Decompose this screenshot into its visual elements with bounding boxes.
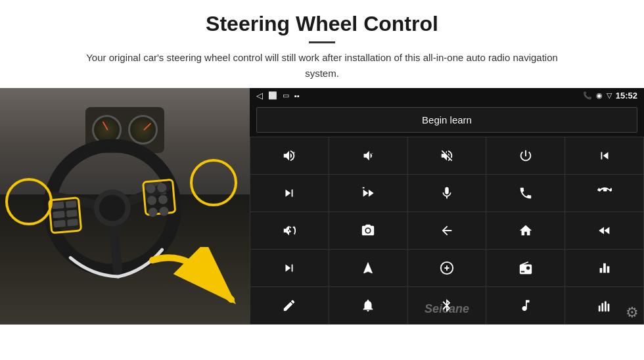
- location-status-icon: ◉: [596, 91, 603, 100]
- recents-nav-icon[interactable]: ▭: [283, 91, 289, 100]
- vol-up-button[interactable]: +: [250, 137, 329, 174]
- page-title: Steering Wheel Control: [39, 12, 605, 36]
- svg-point-24: [366, 229, 370, 233]
- pen-button[interactable]: [250, 287, 329, 324]
- title-divider: [309, 41, 335, 43]
- highlight-circle-right: [190, 159, 237, 206]
- settings-button[interactable]: [329, 287, 407, 324]
- mute-button[interactable]: [408, 137, 486, 174]
- back-button[interactable]: [408, 212, 486, 249]
- hang-up-button[interactable]: [565, 175, 643, 212]
- begin-learn-button[interactable]: Begin learn: [256, 107, 637, 133]
- svg-rect-28: [598, 305, 600, 311]
- page-container: Steering Wheel Control Your original car…: [0, 0, 644, 360]
- svg-text:-: -: [372, 150, 373, 155]
- wifi-status-icon: ▽: [607, 91, 612, 100]
- phone-button[interactable]: [486, 175, 564, 212]
- svg-text:+: +: [293, 150, 296, 155]
- time-display: 15:52: [616, 91, 637, 101]
- music-button[interactable]: [486, 287, 564, 324]
- svg-rect-31: [607, 304, 609, 311]
- signal-icon: ▪▪: [294, 92, 300, 100]
- svg-rect-8: [52, 202, 64, 210]
- status-bar: ◁ ⬜ ▭ ▪▪ 📞 ◉ ▽ 15:52: [250, 88, 644, 103]
- mic-button[interactable]: [408, 175, 486, 212]
- fast-fwd-button[interactable]: [329, 175, 407, 212]
- status-bar-right: 📞 ◉ ▽ 15:52: [583, 91, 637, 101]
- yellow-arrow: [146, 247, 244, 313]
- svg-rect-29: [601, 303, 603, 311]
- controls-grid: + -: [250, 137, 644, 325]
- gauge-needle-left: [102, 121, 108, 130]
- svg-rect-9: [66, 200, 77, 208]
- svg-rect-11: [66, 210, 78, 217]
- svg-rect-19: [159, 206, 169, 216]
- status-bar-left: ◁ ⬜ ▭ ▪▪: [256, 91, 300, 101]
- svg-rect-17: [158, 194, 168, 204]
- eq-button[interactable]: [565, 250, 643, 286]
- radio-button[interactable]: [486, 250, 564, 286]
- svg-rect-18: [148, 208, 158, 217]
- skip-next-button[interactable]: [250, 250, 329, 286]
- svg-rect-13: [67, 219, 78, 226]
- begin-learn-row: Begin learn: [250, 103, 644, 137]
- highlight-circle-left: [5, 178, 53, 225]
- camera360-button[interactable]: [329, 212, 407, 249]
- svg-rect-10: [53, 211, 65, 219]
- svg-rect-12: [53, 220, 66, 228]
- vol-down-button[interactable]: -: [329, 137, 407, 174]
- subtitle-text: Your original car's steering wheel contr…: [72, 50, 572, 81]
- horn-button[interactable]: [250, 212, 329, 249]
- gear-settings-button[interactable]: ⚙: [626, 304, 639, 321]
- svg-rect-30: [605, 302, 607, 312]
- prev-track-button[interactable]: [565, 137, 643, 174]
- home-nav-icon[interactable]: ⬜: [268, 91, 277, 100]
- power-button[interactable]: [486, 137, 564, 174]
- back-nav-icon[interactable]: ◁: [256, 91, 263, 101]
- next-track-button[interactable]: [250, 175, 329, 212]
- home-button[interactable]: [486, 212, 564, 249]
- radio-ui-panel: ◁ ⬜ ▭ ▪▪ 📞 ◉ ▽ 15:52 Begin learn: [250, 88, 644, 325]
- bluetooth-button[interactable]: [408, 287, 486, 324]
- nav-button[interactable]: [329, 250, 407, 286]
- rewind-button[interactable]: [565, 212, 643, 249]
- header-section: Steering Wheel Control Your original car…: [0, 0, 644, 88]
- steering-wheel-image: [0, 88, 250, 325]
- phone-status-icon: 📞: [583, 91, 592, 100]
- gauge-needle-right: [143, 122, 151, 130]
- content-area: ◁ ⬜ ▭ ▪▪ 📞 ◉ ▽ 15:52 Begin learn: [0, 88, 644, 360]
- source-button[interactable]: [408, 250, 486, 286]
